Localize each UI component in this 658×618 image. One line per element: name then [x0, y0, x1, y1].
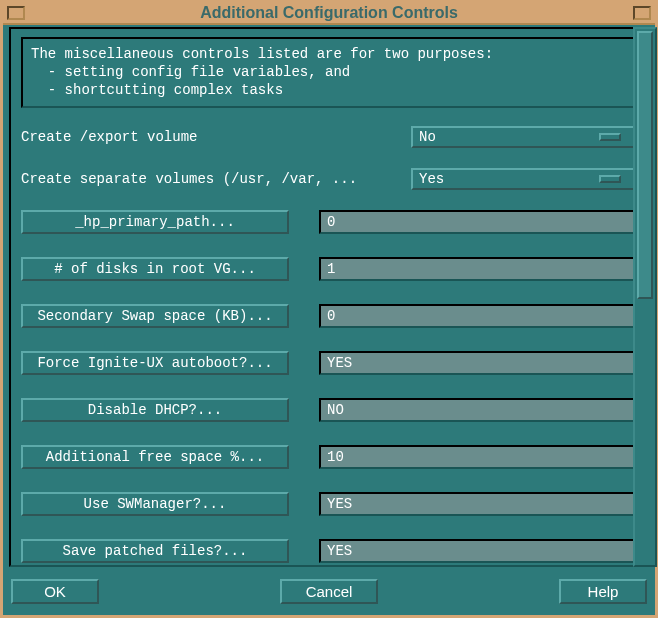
param-row-secondary-swap: Secondary Swap space (KB)... 0	[21, 304, 637, 328]
vertical-scrollbar[interactable]	[633, 27, 657, 567]
param-row-disks-root-vg: # of disks in root VG... 1	[21, 257, 637, 281]
param-button-secondary-swap[interactable]: Secondary Swap space (KB)...	[21, 304, 289, 328]
param-row-save-patched: Save patched files?... YES	[21, 539, 637, 563]
content-area: The miscellaneous controls listed are fo…	[9, 27, 649, 567]
minimize-icon[interactable]	[633, 6, 651, 20]
help-button[interactable]: Help	[559, 579, 647, 604]
param-button-disable-dhcp[interactable]: Disable DHCP?...	[21, 398, 289, 422]
cancel-button[interactable]: Cancel	[280, 579, 379, 604]
param-row-disable-dhcp: Disable DHCP?... NO	[21, 398, 637, 422]
param-input-force-autoboot[interactable]: YES	[319, 351, 637, 375]
window-title: Additional Configuration Controls	[25, 4, 633, 22]
create-export-row: Create /export volume No	[21, 126, 637, 148]
window-menu-icon[interactable]	[7, 6, 25, 20]
create-separate-value: Yes	[419, 171, 444, 187]
footer-buttons: OK Cancel Help	[9, 573, 649, 609]
titlebar: Additional Configuration Controls	[3, 3, 655, 25]
dropdown-indicator-icon	[599, 175, 621, 183]
config-window: Additional Configuration Controls The mi…	[0, 0, 658, 618]
dropdown-indicator-icon	[599, 133, 621, 141]
create-export-label: Create /export volume	[21, 129, 411, 145]
create-separate-row: Create separate volumes (/usr, /var, ...…	[21, 168, 637, 190]
param-input-swmanager[interactable]: YES	[319, 492, 637, 516]
create-export-value: No	[419, 129, 436, 145]
param-input-free-space[interactable]: 10	[319, 445, 637, 469]
param-row-swmanager: Use SWManager?... YES	[21, 492, 637, 516]
param-input-disks-root-vg[interactable]: 1	[319, 257, 637, 281]
param-button-hp-primary-path[interactable]: _hp_primary_path...	[21, 210, 289, 234]
param-row-free-space: Additional free space %... 10	[21, 445, 637, 469]
param-input-disable-dhcp[interactable]: NO	[319, 398, 637, 422]
param-button-disks-root-vg[interactable]: # of disks in root VG...	[21, 257, 289, 281]
param-button-force-autoboot[interactable]: Force Ignite-UX autoboot?...	[21, 351, 289, 375]
create-export-dropdown[interactable]: No	[411, 126, 637, 148]
ok-button[interactable]: OK	[11, 579, 99, 604]
param-row-force-autoboot: Force Ignite-UX autoboot?... YES	[21, 351, 637, 375]
param-input-secondary-swap[interactable]: 0	[319, 304, 637, 328]
param-button-save-patched[interactable]: Save patched files?...	[21, 539, 289, 563]
create-separate-label: Create separate volumes (/usr, /var, ...	[21, 171, 411, 187]
param-button-swmanager[interactable]: Use SWManager?...	[21, 492, 289, 516]
create-separate-dropdown[interactable]: Yes	[411, 168, 637, 190]
description-box: The miscellaneous controls listed are fo…	[21, 37, 637, 108]
param-input-save-patched[interactable]: YES	[319, 539, 637, 563]
param-button-free-space[interactable]: Additional free space %...	[21, 445, 289, 469]
scroll-thumb[interactable]	[637, 31, 653, 299]
param-row-hp-primary-path: _hp_primary_path... 0	[21, 210, 637, 234]
param-input-hp-primary-path[interactable]: 0	[319, 210, 637, 234]
